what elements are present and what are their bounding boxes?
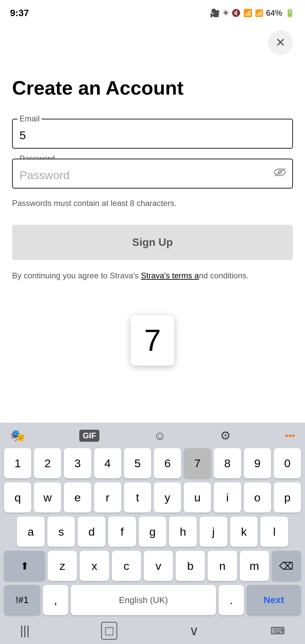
battery-text: 64% xyxy=(266,8,282,18)
status-icons: 🎥 ✳ 🔇 📶 📶 64% 🔋 xyxy=(210,8,295,18)
key-m[interactable]: m xyxy=(240,551,269,581)
key-n[interactable]: n xyxy=(208,551,237,581)
next-key[interactable]: Next xyxy=(247,585,301,615)
email-input[interactable] xyxy=(12,119,293,149)
camera-icon: 🎥 xyxy=(210,8,220,18)
special-key[interactable]: !#1 xyxy=(4,585,40,615)
key-j[interactable]: j xyxy=(200,517,227,547)
key-7[interactable]: 7 xyxy=(184,448,211,478)
key-a[interactable]: a xyxy=(17,517,45,547)
qwerty-row: q w e r t y u i o p xyxy=(0,480,305,515)
key-i[interactable]: i xyxy=(214,482,241,513)
key-6[interactable]: 6 xyxy=(154,448,181,478)
key-x[interactable]: x xyxy=(80,551,109,581)
battery-icon: 🔋 xyxy=(285,8,295,18)
key-2[interactable]: 2 xyxy=(34,448,61,478)
key-v[interactable]: v xyxy=(144,551,173,581)
key-0[interactable]: 0 xyxy=(274,448,301,478)
key-h[interactable]: h xyxy=(169,517,197,547)
key-t[interactable]: t xyxy=(124,482,151,513)
terms-text: By continuing you agree to Strava's Stra… xyxy=(12,270,293,281)
page-title: Create an Account xyxy=(12,77,293,99)
key-3[interactable]: 3 xyxy=(64,448,91,478)
home-button[interactable]: □ xyxy=(101,622,117,640)
more-icon[interactable]: ••• xyxy=(285,430,295,441)
password-hint: Passwords must contain at least 8 charac… xyxy=(12,199,293,208)
recent-button[interactable]: ∨ xyxy=(189,623,199,638)
emoji-icon[interactable]: ☺ xyxy=(154,429,166,443)
bottom-nav: ||| □ ∨ ⌨ xyxy=(0,617,305,644)
main-content: Create an Account Email Password Passwor… xyxy=(0,23,305,281)
keyboard-hide-icon[interactable]: ⌨ xyxy=(270,625,285,637)
back-button[interactable]: ||| xyxy=(20,624,30,638)
keyboard: 🎭 GIF ☺ ⚙ ••• 1 2 3 4 5 6 7 8 9 0 q w e … xyxy=(0,423,305,644)
eye-icon[interactable] xyxy=(273,167,286,180)
password-field-group: Password xyxy=(12,159,293,189)
key-g[interactable]: g xyxy=(139,517,167,547)
key-s[interactable]: s xyxy=(47,517,75,547)
key-4[interactable]: 4 xyxy=(94,448,121,478)
shift-key[interactable]: ⬆ xyxy=(4,551,45,581)
email-field-group: Email xyxy=(12,119,293,149)
key-5[interactable]: 5 xyxy=(124,448,151,478)
period-key[interactable]: . xyxy=(219,585,244,615)
terms-link[interactable]: Strava's terms a xyxy=(141,271,199,280)
bluetooth-icon: ✳ xyxy=(223,9,229,17)
signup-button[interactable]: Sign Up xyxy=(12,225,293,260)
key-popup-7: 7 xyxy=(131,315,174,366)
shift-icon: ⬆ xyxy=(20,560,29,572)
key-8[interactable]: 8 xyxy=(214,448,241,478)
gif-button[interactable]: GIF xyxy=(79,430,99,442)
key-p[interactable]: p xyxy=(274,482,301,513)
settings-icon[interactable]: ⚙ xyxy=(220,429,231,443)
key-o[interactable]: o xyxy=(244,482,271,513)
bottom-row: !#1 , English (UK) . Next xyxy=(0,583,305,617)
zxcv-row: ⬆ z x c v b n m ⌫ xyxy=(0,549,305,583)
space-key[interactable]: English (UK) xyxy=(71,585,216,615)
key-u[interactable]: u xyxy=(184,482,211,513)
keyboard-toolbar: 🎭 GIF ☺ ⚙ ••• xyxy=(0,423,305,446)
close-icon: ✕ xyxy=(275,36,286,50)
status-time: 9:37 xyxy=(10,8,29,18)
key-e[interactable]: e xyxy=(64,482,91,513)
key-q[interactable]: q xyxy=(4,482,31,513)
key-c[interactable]: c xyxy=(112,551,141,581)
key-z[interactable]: z xyxy=(48,551,77,581)
key-l[interactable]: l xyxy=(260,517,288,547)
key-f[interactable]: f xyxy=(108,517,136,547)
key-1[interactable]: 1 xyxy=(4,448,31,478)
key-d[interactable]: d xyxy=(78,517,105,547)
key-k[interactable]: k xyxy=(230,517,258,547)
backspace-key[interactable]: ⌫ xyxy=(272,551,301,581)
password-input[interactable] xyxy=(12,159,293,189)
sticker-icon[interactable]: 🎭 xyxy=(10,429,25,443)
email-label: Email xyxy=(17,114,42,123)
close-button-row: ✕ xyxy=(268,30,293,55)
number-row: 1 2 3 4 5 6 7 8 9 0 xyxy=(0,446,305,480)
close-button[interactable]: ✕ xyxy=(268,30,293,55)
wifi-icon: 📶 xyxy=(243,9,252,17)
key-y[interactable]: y xyxy=(154,482,181,513)
password-wrapper xyxy=(12,159,293,189)
status-bar: 9:37 🎥 ✳ 🔇 📶 📶 64% 🔋 xyxy=(0,0,305,23)
key-w[interactable]: w xyxy=(34,482,61,513)
signal-icon: 📶 xyxy=(255,9,263,17)
mute-icon: 🔇 xyxy=(231,9,241,17)
backspace-icon: ⌫ xyxy=(279,560,293,572)
comma-key[interactable]: , xyxy=(43,585,69,615)
key-9[interactable]: 9 xyxy=(244,448,271,478)
asdf-row: a s d f g h j k l xyxy=(0,515,305,549)
key-r[interactable]: r xyxy=(94,482,121,513)
key-b[interactable]: b xyxy=(176,551,205,581)
